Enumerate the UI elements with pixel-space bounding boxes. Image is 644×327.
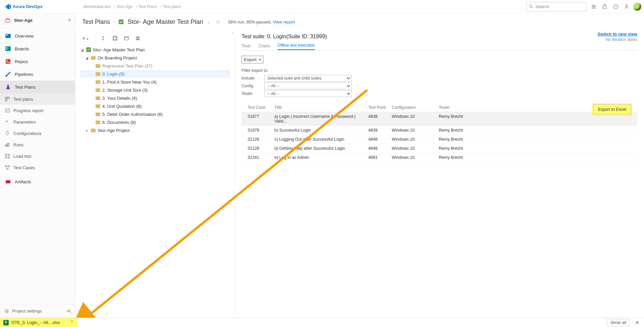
table-row[interactable]: 32126c) Logging Out after Successful Log… <box>241 135 637 144</box>
plan-dropdown-icon[interactable]: ⌄ <box>207 19 210 25</box>
expand-collapse-icon[interactable] <box>101 36 106 41</box>
favorite-star-icon[interactable]: ☆ <box>216 19 220 25</box>
breadcrumb-item[interactable]: NewMediaLabs <box>83 4 111 9</box>
table-row[interactable]: 31979b) Successful Login4839Windows 10Re… <box>241 126 637 135</box>
view-report-link[interactable]: View report <box>273 19 295 25</box>
bag-icon[interactable] <box>602 4 607 9</box>
breadcrumb-item[interactable]: Test Plans <box>135 4 157 9</box>
tree-storage-proj[interactable]: ▸Stor-Age Project <box>80 126 230 134</box>
folder-icon <box>96 112 100 116</box>
nav-artifacts[interactable]: Artifacts <box>0 175 75 188</box>
tab-charts[interactable]: Charts <box>258 44 270 50</box>
subnav-parameters[interactable]: ᵃᵇParameters <box>0 116 75 128</box>
progress-icon <box>5 108 10 113</box>
folder-icon <box>96 104 100 108</box>
tab-offline-execution[interactable]: Offline test execution <box>277 43 315 50</box>
left-nav: Stor-Age + Overview Boards Repos Pipelin… <box>0 13 75 318</box>
table-row[interactable]: 32241e) Log in as Admin4881Windows 10Rem… <box>241 153 637 162</box>
subnav-label: Test plans <box>13 97 33 102</box>
columns-icon[interactable] <box>124 36 129 41</box>
nav-test-plans[interactable]: Test Plans <box>0 81 75 93</box>
subnav-progress-report[interactable]: Progress report <box>0 105 75 116</box>
col-config[interactable]: Configuration <box>392 105 439 110</box>
avatar[interactable] <box>633 3 641 11</box>
show-all-button[interactable]: Show all <box>607 319 630 326</box>
subnav-configurations[interactable]: Configurations <box>0 128 75 139</box>
export-dropdown[interactable]: Export <box>241 56 263 63</box>
settings-label: Project settings <box>12 309 42 314</box>
col-test-case[interactable]: Test Case <box>248 105 274 110</box>
tree-unit[interactable]: 4. Unit Quotation (8) <box>80 102 230 110</box>
download-bar: OTE_0. Login_-- All....xlsx ⌃ Show all ✕ <box>0 318 644 327</box>
tree-login[interactable]: ⋯0. Login (5) <box>80 70 230 78</box>
cell-title: e) Log in as Admin <box>274 155 368 160</box>
switch-view-link[interactable]: Switch to new view <box>598 32 637 37</box>
tree-storage[interactable]: 2. Storage Unit Size (3) <box>80 86 230 94</box>
cell-tp: 4849 <box>368 146 392 151</box>
include-label: Include <box>241 76 262 81</box>
tree-docs[interactable]: 6. Documents (8) <box>80 118 230 126</box>
nav-repos[interactable]: Repos <box>0 55 75 68</box>
close-download-bar-icon[interactable]: ✕ <box>635 320 639 325</box>
print-icon[interactable] <box>135 36 141 41</box>
folder-icon <box>96 64 100 68</box>
collapse-nav-button[interactable]: ≪ <box>66 309 71 314</box>
tree-label: 3. Your Details (4) <box>102 96 137 101</box>
subnav-test-cases[interactable]: Test Cases <box>0 162 75 173</box>
config-icon <box>5 131 10 136</box>
col-title[interactable]: Title <box>274 105 368 110</box>
test-plan-name[interactable]: Stor- Age Master Test Plan <box>127 18 203 26</box>
gear-icon <box>4 309 9 314</box>
list-icon[interactable] <box>591 4 596 9</box>
export-to-excel-button[interactable]: Export to Excel <box>593 104 631 115</box>
download-chip[interactable]: OTE_0. Login_-- All....xlsx ⌃ <box>0 318 77 327</box>
tree-toolbar: + ▾ <box>75 32 234 44</box>
test-suite-tree: ◢Stor- Age Master Test Plan ◢On Boarding… <box>75 44 234 134</box>
subnav-load-test[interactable]: Load test <box>0 150 75 162</box>
add-project-button[interactable]: + <box>67 17 71 24</box>
col-test-point[interactable]: Test Point <box>368 105 392 110</box>
svg-rect-24 <box>5 154 7 155</box>
breadcrumb-item[interactable]: Test plans <box>159 4 181 9</box>
product-title: Azure DevOps <box>13 4 43 9</box>
svg-rect-7 <box>5 34 11 38</box>
test-plans-subnav: Test plans Progress report ᵃᵇParameters … <box>0 93 75 173</box>
tree-find[interactable]: 1. Find A Store Near You (4) <box>80 78 230 86</box>
include-select[interactable]: Selected suite and child suites <box>264 75 352 82</box>
search-input[interactable]: Search <box>526 2 586 11</box>
product-logo-group[interactable]: Azure DevOps <box>3 4 70 9</box>
tree-root[interactable]: ◢Stor- Age Master Test Plan <box>80 46 230 54</box>
plan-icon <box>86 47 91 52</box>
col-tester[interactable]: Tester <box>439 105 506 110</box>
project-settings-link[interactable]: Project settings <box>4 309 42 314</box>
nav-boards[interactable]: Boards <box>0 42 75 55</box>
tab-tests[interactable]: Tests <box>241 44 251 50</box>
project-selector[interactable]: Stor-Age <box>4 17 33 24</box>
section-title[interactable]: Test Plans <box>82 18 110 26</box>
show-child-icon[interactable] <box>112 36 118 41</box>
tree-onboarding[interactable]: ◢On Boarding Project <box>80 54 230 62</box>
collapse-pane-icon[interactable]: ‹ <box>230 30 235 36</box>
tree-debit[interactable]: 5. Debit Order Authorisation (8) <box>80 110 230 118</box>
nav-overview[interactable]: Overview <box>0 30 75 42</box>
svg-rect-16 <box>5 97 7 99</box>
breadcrumb-item[interactable]: Stor-Age <box>113 4 133 9</box>
svg-point-0 <box>529 5 532 7</box>
tree-details[interactable]: 3. Your Details (4) <box>80 94 230 102</box>
nav-pipelines[interactable]: Pipelines <box>0 68 75 81</box>
add-suite-button[interactable]: + ▾ <box>82 35 89 41</box>
suite-title: Test suite: 0. Login(Suite ID: 31999) <box>241 34 637 40</box>
subnav-test-plans[interactable]: Test plans <box>0 93 75 105</box>
table-row[interactable]: 32128d) Getting Help after Successful Lo… <box>241 144 637 153</box>
tree-regression[interactable]: Regression Test Plan (37) <box>80 62 230 70</box>
person-settings-icon[interactable] <box>625 4 630 9</box>
chevron-up-icon[interactable]: ⌃ <box>70 320 74 325</box>
svg-rect-25 <box>8 154 9 155</box>
table-row[interactable]: 31977a) Login | Incorrect Username & Pas… <box>241 112 637 126</box>
subnav-runs[interactable]: Runs <box>0 139 75 150</box>
config-select[interactable]: -- All -- <box>264 83 352 89</box>
tester-select[interactable]: -- All -- <box>264 90 352 97</box>
help-icon[interactable]: ? <box>613 4 619 9</box>
cell-tester: Remy Brecht <box>439 128 506 133</box>
switch-view-area: Switch to new view No iteration dates <box>598 32 637 42</box>
